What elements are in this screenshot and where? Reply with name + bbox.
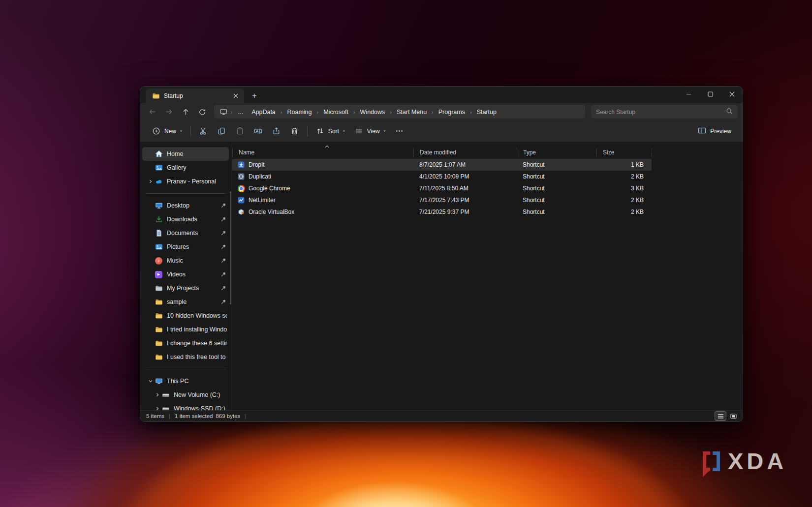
- chevron-right-icon[interactable]: [153, 392, 161, 397]
- preview-label: Preview: [710, 128, 731, 135]
- breadcrumb-separator-icon: ›: [280, 109, 283, 115]
- new-button[interactable]: New∨: [147, 123, 187, 139]
- file-type: Shortcut: [517, 173, 596, 180]
- items-count: 5 items: [146, 413, 164, 419]
- file-row-google-chrome[interactable]: Google Chrome7/11/2025 8:50 AMShortcut3 …: [232, 182, 652, 194]
- view-button[interactable]: View∨: [350, 123, 391, 139]
- column-header-size[interactable]: Size: [596, 148, 652, 157]
- sidebar-item-label: My Projects: [167, 285, 220, 292]
- close-button[interactable]: [721, 87, 743, 101]
- documents-icon: [155, 229, 163, 237]
- file-name: Oracle VirtualBox: [249, 209, 294, 215]
- column-header-type[interactable]: Type: [517, 148, 596, 157]
- chevron-down-icon[interactable]: [146, 379, 155, 384]
- copy-button[interactable]: [213, 123, 231, 139]
- sidebar-scrollbar[interactable]: [230, 191, 231, 304]
- new-icon: [152, 126, 161, 136]
- sidebar-item-sample[interactable]: sample: [142, 295, 229, 309]
- breadcrumb: ›…AppData›Roaming›Microsoft›Windows›Star…: [214, 105, 585, 119]
- chevron-right-icon[interactable]: [153, 406, 161, 410]
- sidebar-item-downloads[interactable]: Downloads: [142, 212, 229, 226]
- search-input[interactable]: [596, 109, 726, 116]
- breadcrumb-item-startup[interactable]: Startup: [473, 107, 500, 117]
- sidebar-item-i-change-these-6-settings[interactable]: I change these 6 settings: [142, 336, 229, 350]
- paste-button[interactable]: [231, 123, 249, 139]
- virtualbox-icon: [237, 208, 245, 216]
- sidebar-item-label: Videos: [167, 271, 220, 278]
- breadcrumb-item-programs[interactable]: Programs: [435, 107, 468, 117]
- sidebar-item-i-used-this-free-tool-to-sh[interactable]: I used this free tool to sh: [142, 350, 229, 364]
- sidebar-item-i-tried-installing-window[interactable]: I tried installing Window: [142, 323, 229, 336]
- sidebar-item-new-volume-c[interactable]: New Volume (C:): [142, 388, 229, 402]
- xda-bracket-right-icon: [713, 451, 720, 471]
- refresh-icon[interactable]: [194, 105, 210, 119]
- column-header-name[interactable]: Name: [232, 148, 413, 157]
- gallery-icon: [155, 164, 163, 172]
- breadcrumb-item-roaming[interactable]: Roaming: [284, 107, 315, 117]
- tab-close-icon[interactable]: [231, 91, 240, 100]
- sidebar-item-gallery[interactable]: Gallery: [142, 161, 229, 175]
- up-icon[interactable]: [178, 105, 193, 119]
- search-icon[interactable]: [726, 108, 733, 116]
- preview-button[interactable]: Preview: [693, 123, 736, 139]
- sidebar-item-label: Pranav - Personal: [167, 178, 227, 185]
- rename-button[interactable]: [249, 123, 267, 139]
- breadcrumb-item-appdata[interactable]: AppData: [248, 107, 279, 117]
- sort-ascending-icon: [325, 143, 329, 149]
- selection-size: 869 bytes: [216, 413, 240, 419]
- back-icon[interactable]: [144, 105, 160, 119]
- sidebar-item-pranav-personal[interactable]: Pranav - Personal: [142, 175, 229, 188]
- delete-button[interactable]: [285, 123, 304, 139]
- folder-icon: [155, 339, 163, 347]
- sidebar-item-videos[interactable]: ▶Videos: [142, 268, 229, 281]
- sort-label: Sort: [328, 128, 339, 135]
- tab-startup[interactable]: Startup: [146, 89, 244, 103]
- pin-icon: [220, 299, 227, 305]
- large-icons-view-toggle[interactable]: [728, 412, 739, 420]
- column-header-date-modified[interactable]: Date modified: [413, 148, 517, 157]
- file-name: NetLimiter: [249, 197, 276, 204]
- details-view-toggle[interactable]: [715, 412, 726, 420]
- rename-icon: [253, 126, 263, 136]
- folder-icon: [152, 92, 160, 100]
- sidebar-item-my-projects[interactable]: My Projects: [142, 281, 229, 295]
- sidebar-item-this-pc[interactable]: This PC: [142, 374, 229, 388]
- breadcrumb-overflow[interactable]: …: [234, 107, 248, 117]
- sort-icon: [315, 126, 325, 136]
- toolbar-separator: [190, 126, 191, 137]
- file-row-dropit[interactable]: DropIt8/7/2025 1:07 AMShortcut1 KB: [232, 159, 652, 171]
- sidebar-item-label: I change these 6 settings: [167, 340, 227, 347]
- pin-icon: [220, 285, 227, 291]
- sidebar-item-label: Pictures: [167, 243, 220, 250]
- sidebar-item-label: New Volume (C:): [174, 391, 227, 398]
- sidebar-item-desktop[interactable]: Desktop: [142, 199, 229, 212]
- sidebar-item-10-hidden-windows-setti[interactable]: 10 hidden Windows setti: [142, 309, 229, 323]
- sidebar-item-windows-ssd-d[interactable]: Windows-SSD (D:): [142, 402, 229, 410]
- sort-button[interactable]: Sort∨: [311, 123, 350, 139]
- file-size: 3 KB: [596, 185, 652, 192]
- breadcrumb-item-start-menu[interactable]: Start Menu: [393, 107, 430, 117]
- search-box[interactable]: [591, 105, 738, 119]
- sidebar-item-home[interactable]: Home: [142, 147, 229, 161]
- file-row-duplicati[interactable]: Duplicati4/1/2025 10:09 PMShortcut2 KB: [232, 171, 652, 182]
- date-modified: 7/21/2025 9:37 PM: [413, 209, 517, 215]
- chevron-right-icon[interactable]: [146, 179, 155, 184]
- breadcrumb-item-microsoft[interactable]: Microsoft: [320, 107, 352, 117]
- sidebar-item-pictures[interactable]: Pictures: [142, 240, 229, 254]
- sidebar-item-music[interactable]: ♪Music: [142, 254, 229, 268]
- more-icon: [395, 126, 404, 136]
- share-button[interactable]: [267, 123, 285, 139]
- breadcrumb-item-windows[interactable]: Windows: [357, 107, 389, 117]
- tab-strip: Startup +: [140, 87, 743, 103]
- new-tab-button[interactable]: +: [248, 89, 261, 102]
- sidebar-item-documents[interactable]: Documents: [142, 226, 229, 240]
- minimize-button[interactable]: [678, 87, 699, 101]
- file-row-netlimiter[interactable]: NetLimiter7/17/2025 7:43 PMShortcut2 KB: [232, 194, 652, 206]
- cut-button[interactable]: [194, 123, 213, 139]
- maximize-button[interactable]: [699, 87, 721, 101]
- file-row-oracle-virtualbox[interactable]: Oracle VirtualBox7/21/2025 9:37 PMShortc…: [232, 206, 652, 218]
- file-list: DropIt8/7/2025 1:07 AMShortcut1 KBDuplic…: [232, 159, 743, 218]
- forward-icon[interactable]: [161, 105, 177, 119]
- computer-icon[interactable]: [218, 108, 229, 116]
- more-button[interactable]: [390, 123, 408, 139]
